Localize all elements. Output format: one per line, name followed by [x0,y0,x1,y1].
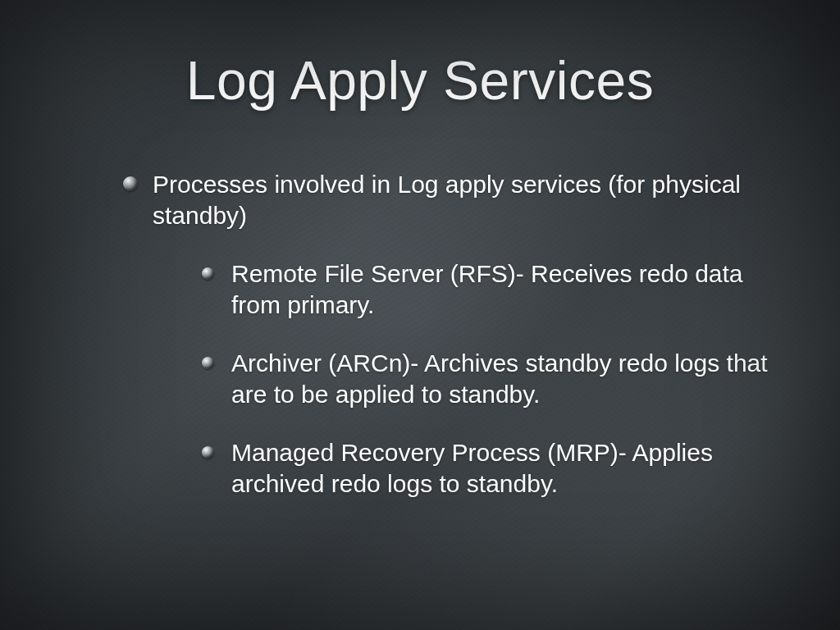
bullet-text: Archiver (ARCn)- Archives standby redo l… [231,349,768,408]
list-item: Managed Recovery Process (MRP)- Applies … [202,437,783,499]
bullet-list-level2: Remote File Server (RFS)- Receives redo … [153,258,783,499]
bullet-list-level1: Processes involved in Log apply services… [57,169,783,499]
bullet-text: Managed Recovery Process (MRP)- Applies … [231,439,713,497]
list-item: Archiver (ARCn)- Archives standby redo l… [202,348,783,409]
bullet-icon [202,446,214,459]
list-item: Processes involved in Log apply services… [123,169,783,499]
slide-title: Log Apply Services [57,49,783,112]
bullet-text: Remote File Server (RFS)- Receives redo … [231,260,743,318]
slide: Log Apply Services Processes involved in… [0,0,840,630]
bullet-text: Processes involved in Log apply services… [153,171,741,229]
bullet-icon [123,176,138,191]
bullet-icon [202,267,214,280]
bullet-icon [202,357,214,369]
list-item: Remote File Server (RFS)- Receives redo … [202,258,783,320]
